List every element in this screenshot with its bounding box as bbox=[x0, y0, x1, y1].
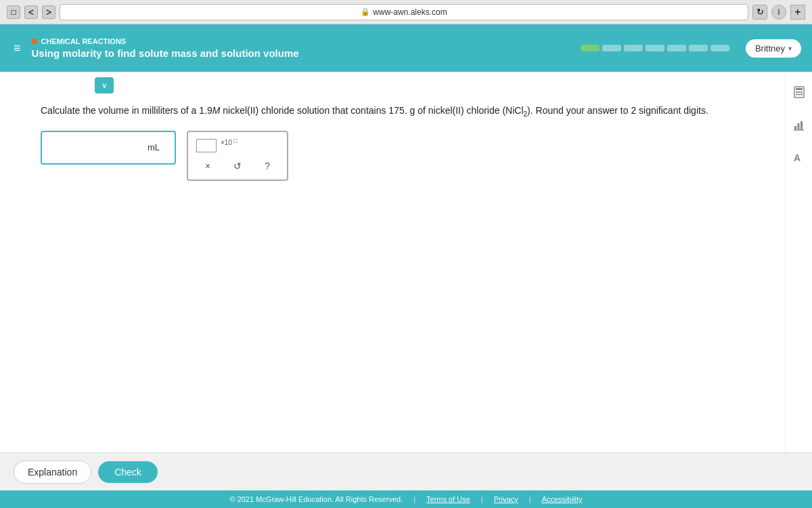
accessibility-link[interactable]: Accessibility bbox=[542, 495, 583, 503]
svg-rect-9 bbox=[797, 123, 799, 129]
undo-sci-button[interactable]: ↺ bbox=[229, 159, 246, 173]
svg-rect-2 bbox=[796, 91, 798, 93]
cancel-sci-button[interactable]: × bbox=[201, 159, 215, 173]
sci-base-input[interactable] bbox=[196, 139, 217, 152]
forward-nav-button[interactable]: > bbox=[42, 5, 55, 19]
question-text-part1: Calculate the volume in milliliters of a… bbox=[41, 105, 708, 116]
svg-rect-4 bbox=[800, 91, 803, 93]
svg-rect-7 bbox=[800, 94, 803, 96]
progress-seg-7 bbox=[710, 45, 729, 51]
svg-rect-3 bbox=[798, 91, 800, 93]
x10-label: ×10 bbox=[221, 139, 232, 146]
user-menu-button[interactable]: Brittney ▾ bbox=[746, 39, 801, 58]
progress-seg-6 bbox=[689, 45, 708, 51]
chevron-down-icon: ▾ bbox=[788, 45, 792, 52]
progress-seg-5 bbox=[667, 45, 686, 51]
header-category: CHEMICAL REACTIONS bbox=[32, 37, 572, 45]
content-inner: ∨ Calculate the volume in milliliters of… bbox=[0, 72, 812, 452]
new-tab-button[interactable]: + bbox=[790, 5, 805, 20]
help-sci-button[interactable]: ? bbox=[261, 159, 274, 173]
progress-seg-4 bbox=[646, 45, 664, 51]
explanation-button[interactable]: Explanation bbox=[14, 461, 91, 484]
svg-rect-1 bbox=[796, 88, 803, 90]
answer-area: mL ×10 □ × ↺ ? bbox=[0, 131, 812, 181]
progress-seg-3 bbox=[624, 45, 643, 51]
progress-bar-container bbox=[581, 45, 729, 51]
collapse-row: ∨ bbox=[0, 72, 812, 96]
svg-rect-8 bbox=[794, 126, 796, 129]
header-title: Using molarity to find solute mass and s… bbox=[32, 47, 572, 59]
url-text: www-awn.aleks.com bbox=[373, 7, 447, 17]
back-button[interactable]: □ bbox=[7, 5, 20, 19]
answer-input-box: mL bbox=[41, 131, 176, 165]
svg-rect-5 bbox=[796, 94, 798, 96]
info-button[interactable]: i bbox=[771, 5, 786, 20]
right-sidebar: A bbox=[785, 72, 812, 452]
chart-icon[interactable] bbox=[790, 115, 809, 134]
sci-notation-top: ×10 □ bbox=[194, 136, 281, 154]
svg-text:A: A bbox=[794, 152, 800, 163]
progress-seg-2 bbox=[602, 45, 621, 51]
refresh-button[interactable]: ↻ bbox=[752, 5, 767, 20]
sci-buttons: × ↺ ? bbox=[194, 156, 281, 175]
svg-rect-6 bbox=[798, 94, 800, 96]
sci-notation-box: ×10 □ × ↺ ? bbox=[187, 131, 288, 181]
font-size-icon[interactable]: A bbox=[790, 148, 809, 167]
status-dot bbox=[32, 39, 37, 44]
header-text: CHEMICAL REACTIONS Using molarity to fin… bbox=[32, 37, 572, 59]
content-area: ∨ Calculate the volume in milliliters of… bbox=[0, 72, 812, 452]
top-header: ≡ CHEMICAL REACTIONS Using molarity to f… bbox=[0, 24, 812, 72]
check-button[interactable]: Check bbox=[98, 461, 158, 483]
chevron-icon: ∨ bbox=[102, 81, 108, 90]
app-container: ≡ CHEMICAL REACTIONS Using molarity to f… bbox=[0, 24, 812, 508]
answer-input-field[interactable] bbox=[49, 142, 143, 153]
question-text: Calculate the volume in milliliters of a… bbox=[0, 96, 812, 131]
progress-bar bbox=[581, 45, 729, 51]
copyright-text: © 2021 McGraw-Hill Education. All Rights… bbox=[229, 495, 403, 503]
url-bar[interactable]: 🔒 www-awn.aleks.com bbox=[60, 4, 748, 20]
footer: © 2021 McGraw-Hill Education. All Rights… bbox=[0, 490, 812, 508]
bottom-bar: Explanation Check bbox=[0, 452, 812, 490]
sci-exp-label: □ bbox=[233, 137, 237, 144]
collapse-button[interactable]: ∨ bbox=[95, 77, 114, 93]
browser-chrome: □ < > 🔒 www-awn.aleks.com ↻ i + bbox=[0, 0, 812, 24]
progress-seg-1 bbox=[581, 45, 600, 51]
privacy-link[interactable]: Privacy bbox=[494, 495, 518, 503]
svg-rect-10 bbox=[800, 121, 803, 129]
unit-label: mL bbox=[148, 142, 160, 152]
calculator-icon[interactable] bbox=[790, 83, 809, 102]
user-name: Brittney bbox=[755, 43, 785, 54]
back-nav-button[interactable]: < bbox=[24, 5, 38, 19]
terms-link[interactable]: Terms of Use bbox=[426, 495, 470, 503]
lock-icon: 🔒 bbox=[361, 7, 370, 16]
hamburger-button[interactable]: ≡ bbox=[11, 39, 24, 58]
